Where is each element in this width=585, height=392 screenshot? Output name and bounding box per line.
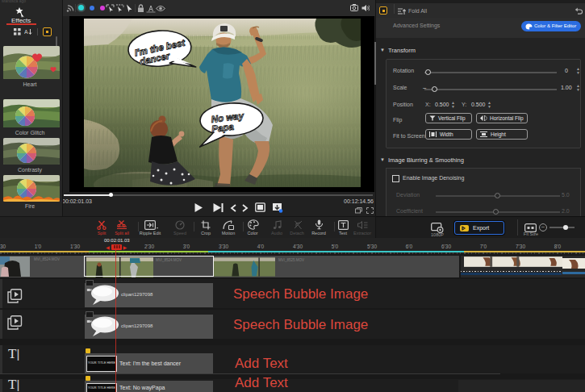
svg-text:A: A <box>24 29 28 35</box>
